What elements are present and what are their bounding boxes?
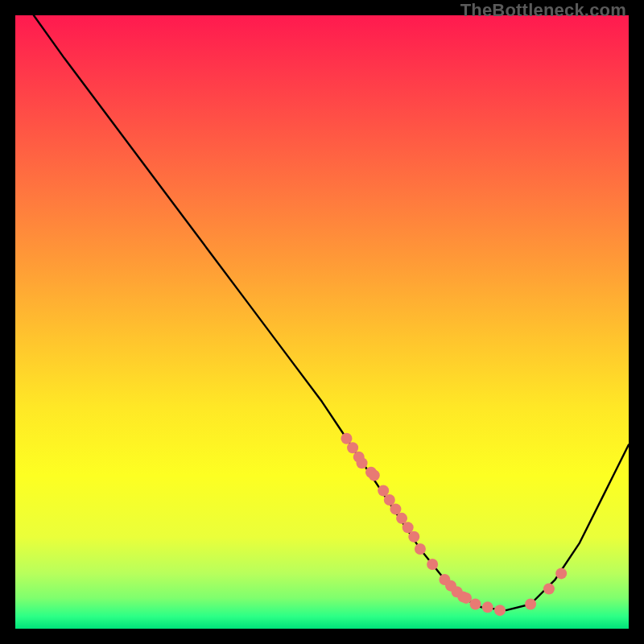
chart-area: [15, 15, 629, 629]
data-point: [341, 433, 352, 444]
data-point: [390, 503, 401, 514]
data-point: [347, 442, 358, 453]
data-point: [357, 457, 368, 469]
data-points: [341, 433, 567, 616]
data-point: [543, 583, 555, 594]
data-point: [482, 601, 493, 613]
data-point: [378, 485, 389, 497]
data-point: [555, 568, 567, 579]
data-point: [525, 599, 536, 610]
data-point: [369, 470, 380, 481]
data-point: [494, 605, 506, 616]
watermark-text: TheBottleneck.com: [460, 0, 626, 21]
data-point: [427, 559, 438, 570]
bottleneck-curve: [34, 15, 629, 610]
data-point: [396, 513, 407, 524]
data-point: [384, 494, 395, 506]
data-point: [415, 543, 426, 555]
data-point: [408, 531, 419, 543]
chart-svg: [15, 15, 629, 629]
data-point: [460, 592, 472, 604]
data-point: [470, 599, 481, 610]
data-point: [402, 522, 414, 533]
